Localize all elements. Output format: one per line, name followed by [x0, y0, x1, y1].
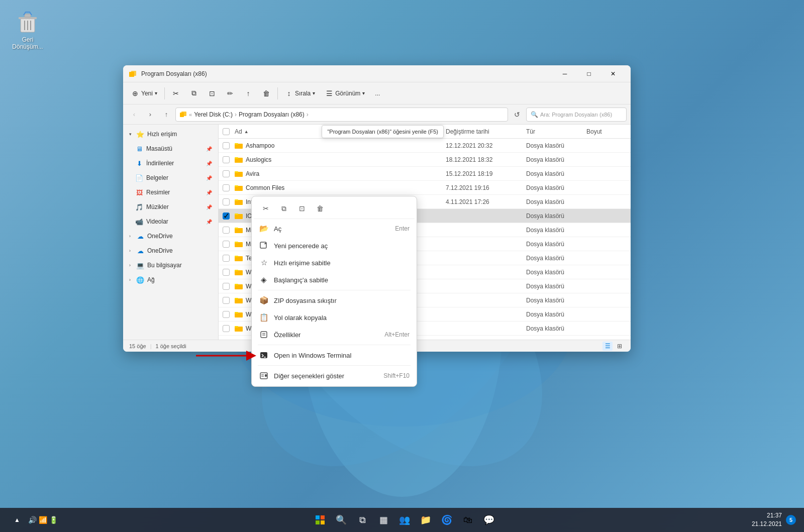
- check-win3[interactable]: [223, 297, 235, 304]
- maximize-button[interactable]: □: [577, 66, 600, 82]
- ctx-cut-button[interactable]: ✂: [258, 201, 274, 216]
- search-box[interactable]: 🔍 Ara: Program Dosyaları (x86): [526, 108, 627, 122]
- taskbar-widgets-button[interactable]: ▦: [374, 511, 392, 529]
- sidebar-item-documents[interactable]: 📄 Belgeler 📌: [125, 171, 216, 185]
- rename-button[interactable]: ✏: [222, 85, 238, 102]
- forward-button[interactable]: ›: [143, 108, 157, 122]
- svg-rect-31: [235, 256, 238, 257]
- taskbar-edge-button[interactable]: 🌀: [438, 511, 456, 529]
- sidebar-desktop-icon: 🖥: [135, 145, 143, 153]
- sidebar-item-desktop[interactable]: 🖥 Masaüstü 📌: [125, 142, 216, 156]
- taskbar-notification-badge[interactable]: 5: [786, 515, 796, 525]
- back-button[interactable]: ‹: [127, 108, 141, 122]
- check-common-files[interactable]: [223, 184, 235, 191]
- ctx-item-zip[interactable]: 📦 ZIP dosyasına sıkıştır: [254, 292, 415, 309]
- grid-view-button[interactable]: ⊞: [615, 342, 625, 351]
- sort-button[interactable]: ↕ Sırala ▾: [281, 85, 319, 102]
- close-button[interactable]: ✕: [601, 66, 625, 82]
- copy-button[interactable]: ⧉: [186, 85, 202, 102]
- file-row-ashampoo[interactable]: Ashampoo 12.12.2021 20:32 Dosya klasörü: [219, 139, 631, 153]
- sidebar-onedrive1-icon: ☁: [136, 232, 144, 240]
- ctx-item-open-terminal[interactable]: Open in Windows Terminal: [254, 347, 415, 364]
- sidebar-item-downloads[interactable]: ⬇ İndirilenler 📌: [125, 156, 216, 170]
- ctx-item-properties[interactable]: Özellikler Alt+Enter: [254, 326, 415, 343]
- share-button[interactable]: ↑: [240, 85, 256, 102]
- file-row-common-files[interactable]: Common Files 7.12.2021 19:16 Dosya klasö…: [219, 181, 631, 195]
- check-avira[interactable]: [223, 170, 235, 177]
- new-label: Yeni: [141, 90, 153, 97]
- file-row-avira[interactable]: Avira 15.12.2021 18:19 Dosya klasörü: [219, 167, 631, 181]
- check-win5[interactable]: [223, 325, 235, 332]
- share-icon: ↑: [244, 89, 252, 97]
- recycle-bin-icon: [16, 10, 40, 34]
- taskbar-task-view-button[interactable]: ⧉: [353, 511, 371, 529]
- address-path[interactable]: « Yerel Disk (C:) › Program Dosyaları (x…: [175, 108, 508, 122]
- taskbar-store-button[interactable]: 🛍: [459, 511, 477, 529]
- new-button[interactable]: ⊕ Yeni ▾: [127, 85, 161, 102]
- check-win4[interactable]: [223, 311, 235, 318]
- taskbar-start-button[interactable]: [311, 511, 329, 529]
- cut-button[interactable]: ✂: [168, 85, 184, 102]
- paste-button[interactable]: ⊡: [204, 85, 220, 102]
- svg-rect-56: [316, 520, 320, 524]
- sidebar-item-network[interactable]: › 🌐 Ağ: [125, 273, 216, 287]
- sidebar-music-pin: 📌: [206, 204, 212, 210]
- refresh-button[interactable]: ↺ "Program Dosyaları (x86)" öğesini yeni…: [510, 108, 524, 122]
- up-button[interactable]: ↑: [159, 108, 173, 122]
- check-mic2[interactable]: [223, 241, 235, 248]
- sidebar-downloads-label: İndirilenler: [146, 160, 174, 167]
- sidebar-item-onedrive2[interactable]: › ☁ OneDrive: [125, 244, 216, 258]
- sidebar-item-music[interactable]: 🎵 Müzikler 📌: [125, 200, 216, 214]
- sort-label: Sırala: [295, 90, 311, 97]
- ctx-item-open-new[interactable]: Yeni pencerede aç: [254, 237, 415, 254]
- check-mic1[interactable]: [223, 227, 235, 234]
- check-win2[interactable]: [223, 283, 235, 290]
- taskbar-wifi-icon[interactable]: 📶: [39, 516, 47, 524]
- col-type-header[interactable]: Tür: [526, 128, 586, 135]
- ctx-paste-button[interactable]: ⊡: [294, 201, 310, 216]
- recycle-bin[interactable]: Geri Dönüşüm...: [10, 10, 45, 51]
- taskbar-volume-icon[interactable]: 🔊: [28, 516, 37, 524]
- sidebar-item-this-pc[interactable]: › 💻 Bu bilgisayar: [125, 258, 216, 272]
- taskbar-clock[interactable]: 21:37 21.12.2021: [752, 511, 782, 528]
- taskbar-sys-tray-chevron[interactable]: ▲: [8, 511, 26, 529]
- check-auslogics[interactable]: [223, 156, 235, 163]
- sidebar-item-onedrive1[interactable]: › ☁ OneDrive: [125, 229, 216, 243]
- address-bar: ‹ › ↑ « Yerel Disk (C:) › Program Dosyal…: [123, 104, 631, 125]
- svg-rect-55: [321, 515, 325, 519]
- sidebar-item-videos[interactable]: 📹 Videolar 📌: [125, 215, 216, 229]
- list-view-button[interactable]: ☰: [602, 342, 613, 351]
- sidebar-documents-pin: 📌: [206, 175, 212, 181]
- col-date-header[interactable]: Değiştirme tarihi: [446, 128, 526, 135]
- ctx-delete-button[interactable]: 🗑: [312, 201, 328, 216]
- sidebar-item-quick-access[interactable]: ▾ ⭐ Hızlı erişim: [125, 127, 216, 141]
- ctx-item-more-options[interactable]: Diğer seçenekleri göster Shift+F10: [254, 367, 415, 384]
- taskbar-messenger-button[interactable]: 💬: [480, 511, 498, 529]
- ctx-item-copy-path[interactable]: 📋 Yol olarak kopyala: [254, 309, 415, 326]
- taskbar-search-button[interactable]: 🔍: [332, 511, 350, 529]
- check-win1[interactable]: [223, 269, 235, 276]
- ctx-copy-path-label: Yol olarak kopyala: [274, 314, 405, 322]
- taskbar-battery-icon[interactable]: 🔋: [49, 516, 58, 524]
- ctx-copy-button[interactable]: ⧉: [276, 201, 292, 216]
- minimize-button[interactable]: ─: [553, 66, 576, 82]
- col-size-header[interactable]: Boyut: [586, 128, 627, 135]
- header-checkbox[interactable]: [223, 128, 230, 135]
- ctx-item-open[interactable]: 📂 Aç Enter: [254, 220, 415, 237]
- taskbar-teams-button[interactable]: 👥: [395, 511, 414, 529]
- check-internet-explorer[interactable]: [223, 198, 235, 205]
- check-tear[interactable]: [223, 255, 235, 262]
- check-iobi[interactable]: ✓: [223, 212, 235, 220]
- more-button[interactable]: ...: [371, 85, 384, 102]
- taskbar-file-explorer-button[interactable]: 📁: [417, 511, 435, 529]
- sidebar-item-pictures[interactable]: 🖼 Resimler 📌: [125, 185, 216, 199]
- ctx-item-pin-quick[interactable]: ☆ Hızlı erişime sabitle: [254, 254, 415, 271]
- ctx-item-pin-start[interactable]: ◈ Başlangıç'a sabitle: [254, 271, 415, 288]
- view-button[interactable]: ☰ Görünüm ▾: [321, 85, 369, 102]
- folder-icon-mic1: [235, 226, 243, 234]
- toolbar-divider-2: [277, 87, 278, 99]
- check-ashampoo[interactable]: [223, 142, 235, 149]
- file-row-auslogics[interactable]: Auslogics 18.12.2021 18:32 Dosya klasörü: [219, 153, 631, 167]
- toolbar-divider-1: [164, 87, 165, 99]
- delete-button[interactable]: 🗑: [258, 85, 274, 102]
